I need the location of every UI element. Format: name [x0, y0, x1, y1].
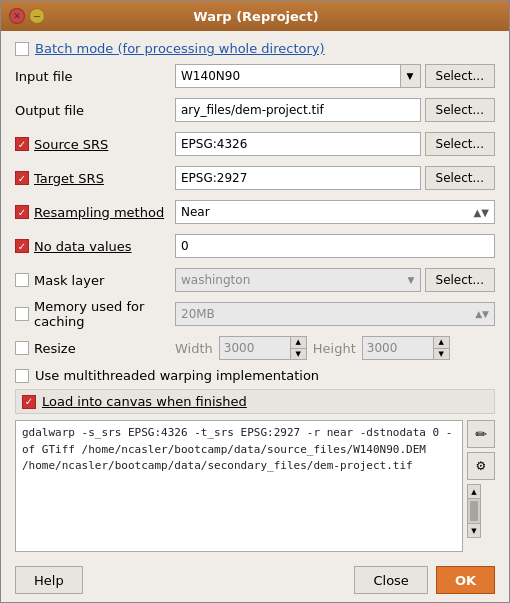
output-file-group: Select... [175, 98, 495, 122]
input-file-row: Input file ▼ Select... [15, 62, 495, 90]
source-srs-group: Select... [175, 132, 495, 156]
width-spin-arrows: ▲ ▼ [290, 337, 306, 359]
resampling-dropdown[interactable]: Near ▲▼ [175, 200, 495, 224]
resampling-checkbox[interactable]: ✓ [15, 205, 29, 219]
edit-output-button[interactable]: ✏ [467, 420, 495, 448]
input-file-combo[interactable]: ▼ [175, 64, 421, 88]
help-button[interactable]: Help [15, 566, 83, 594]
mask-arrow-icon: ▼ [408, 275, 415, 285]
width-spinbox[interactable]: ▲ ▼ [219, 336, 307, 360]
close-window-button[interactable]: ✕ [9, 8, 25, 24]
memory-checkbox[interactable] [15, 307, 29, 321]
window-title: Warp (Reproject) [51, 9, 461, 24]
height-spin-down[interactable]: ▼ [434, 349, 449, 360]
scroll-down-button[interactable]: ▼ [468, 523, 480, 537]
source-srs-select-button[interactable]: Select... [425, 132, 495, 156]
mask-dropdown[interactable]: washington ▼ [175, 268, 421, 292]
width-label: Width [175, 341, 213, 356]
input-file-select-button[interactable]: Select... [425, 64, 495, 88]
input-file-dropdown-arrow[interactable]: ▼ [400, 65, 420, 87]
nodata-row: ✓ No data values [15, 232, 495, 260]
resampling-label: Resampling method [34, 205, 164, 220]
memory-arrow-icon: ▲▼ [475, 309, 489, 319]
command-output: gdalwarp -s_srs EPSG:4326 -t_srs EPSG:29… [15, 420, 463, 552]
source-srs-checkbox[interactable]: ✓ [15, 137, 29, 151]
nodata-group [175, 234, 495, 258]
height-spin-arrows: ▲ ▼ [433, 337, 449, 359]
output-scrollbar[interactable]: ▲ ▼ [467, 484, 481, 538]
batch-mode-checkbox[interactable] [15, 42, 29, 56]
source-srs-row: ✓ Source SRS Select... [15, 130, 495, 158]
output-file-input[interactable] [175, 98, 421, 122]
minimize-window-button[interactable]: − [29, 8, 45, 24]
input-file-group: ▼ Select... [175, 64, 495, 88]
batch-mode-row: Batch mode (for processing whole directo… [15, 41, 495, 56]
multithreaded-row: Use multithreaded warping implementation [15, 368, 495, 383]
resize-checkbox[interactable] [15, 341, 29, 355]
multithreaded-checkbox[interactable] [15, 369, 29, 383]
input-file-label: Input file [15, 69, 175, 84]
source-srs-input[interactable] [175, 132, 421, 156]
nodata-label: No data values [34, 239, 132, 254]
mask-label: Mask layer [34, 273, 104, 288]
resize-label: Resize [34, 341, 76, 356]
output-area: gdalwarp -s_srs EPSG:4326 -t_srs EPSG:29… [15, 420, 495, 552]
loadcanvas-row: ✓ Load into canvas when finished [15, 389, 495, 414]
output-side-buttons: ✏ ⚙ ▲ ▼ [467, 420, 495, 552]
memory-value: 20MB [181, 307, 215, 321]
scroll-track [468, 499, 480, 523]
height-label: Height [313, 341, 356, 356]
mask-group: washington ▼ Select... [175, 268, 495, 292]
loadcanvas-checkbox[interactable]: ✓ [22, 395, 36, 409]
input-file-input[interactable] [176, 65, 400, 87]
edit-icon: ✏ [475, 426, 487, 442]
scroll-thumb [470, 501, 478, 521]
target-srs-select-button[interactable]: Select... [425, 166, 495, 190]
output-file-select-button[interactable]: Select... [425, 98, 495, 122]
width-input[interactable] [220, 337, 290, 359]
resampling-value: Near [181, 205, 210, 219]
wh-group: Width ▲ ▼ Height ▲ ▼ [175, 336, 495, 360]
resampling-group: Near ▲▼ [175, 200, 495, 224]
batch-mode-label: Batch mode (for processing whole directo… [35, 41, 325, 56]
target-srs-group: Select... [175, 166, 495, 190]
nodata-input[interactable] [175, 234, 495, 258]
resize-row: Resize Width ▲ ▼ Height ▲ ▼ [15, 334, 495, 362]
window-controls: ✕ − [9, 8, 45, 24]
memory-dropdown[interactable]: 20MB ▲▼ [175, 302, 495, 326]
mask-row: Mask layer washington ▼ Select... [15, 266, 495, 294]
memory-label: Memory used for caching [34, 299, 175, 329]
width-spin-up[interactable]: ▲ [291, 337, 306, 349]
output-file-row: Output file Select... [15, 96, 495, 124]
height-spin-up[interactable]: ▲ [434, 337, 449, 349]
memory-group: 20MB ▲▼ [175, 302, 495, 326]
mask-value: washington [181, 273, 250, 287]
main-window: ✕ − Warp (Reproject) Batch mode (for pro… [0, 0, 510, 603]
height-spinbox[interactable]: ▲ ▼ [362, 336, 450, 360]
height-input[interactable] [363, 337, 433, 359]
close-button[interactable]: Close [354, 566, 427, 594]
target-srs-input[interactable] [175, 166, 421, 190]
target-srs-checkbox[interactable]: ✓ [15, 171, 29, 185]
form-content: Batch mode (for processing whole directo… [1, 31, 509, 560]
mask-select-button[interactable]: Select... [425, 268, 495, 292]
settings-icon: ⚙ [476, 459, 487, 473]
footer: Help Close OK [1, 560, 509, 602]
source-srs-label: Source SRS [34, 137, 108, 152]
scroll-up-button[interactable]: ▲ [468, 485, 480, 499]
nodata-checkbox[interactable]: ✓ [15, 239, 29, 253]
ok-button[interactable]: OK [436, 566, 495, 594]
resampling-arrow-icon: ▲▼ [474, 207, 489, 218]
title-bar: ✕ − Warp (Reproject) [1, 1, 509, 31]
output-file-label: Output file [15, 103, 175, 118]
footer-right: Close OK [354, 566, 495, 594]
memory-row: Memory used for caching 20MB ▲▼ [15, 300, 495, 328]
settings-output-button[interactable]: ⚙ [467, 452, 495, 480]
loadcanvas-label: Load into canvas when finished [42, 394, 247, 409]
target-srs-row: ✓ Target SRS Select... [15, 164, 495, 192]
multithreaded-label: Use multithreaded warping implementation [35, 368, 319, 383]
width-spin-down[interactable]: ▼ [291, 349, 306, 360]
mask-checkbox[interactable] [15, 273, 29, 287]
target-srs-label: Target SRS [34, 171, 104, 186]
resampling-row: ✓ Resampling method Near ▲▼ [15, 198, 495, 226]
